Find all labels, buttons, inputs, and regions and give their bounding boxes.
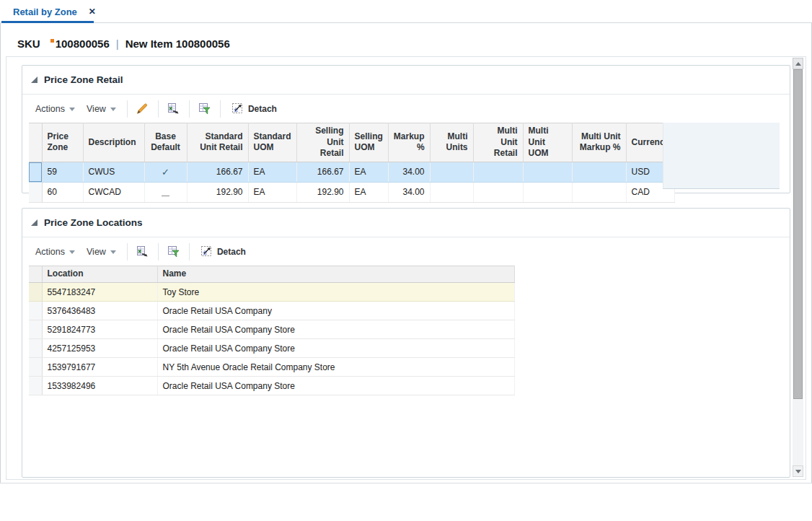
toolbar-separator — [189, 243, 190, 260]
cell-location: 1539791677 — [42, 358, 157, 377]
export-to-excel-icon — [167, 102, 180, 115]
price-zone-locations-header: Price Zone Locations — [22, 209, 790, 237]
cell-multi-unit-markup-pct — [572, 162, 626, 182]
retail-by-zone-window: Retail by Zone ✕ SKU 100800056 | New Ite… — [0, 0, 812, 521]
chevron-down-icon — [69, 108, 75, 111]
tab-bar: Retail by Zone ✕ — [0, 0, 812, 23]
cell-multi-unit-retail — [473, 162, 523, 182]
price-zone-locations-panel: Price Zone Locations Actions View — [22, 208, 790, 478]
column-header-selling-uom[interactable]: Selling UOM — [349, 123, 388, 162]
footer-bar: ? Save Save and Close Cancel — [0, 483, 812, 521]
cell-name: NY 5th Avenue Oracle Retail Company Stor… — [157, 358, 514, 377]
chevron-down-icon — [69, 250, 75, 254]
table-row[interactable]: 59 CWUS ✓ 166.67 EA 166.67 EA 34.00 USD — [29, 162, 675, 182]
cell-description: CWUS — [83, 162, 144, 182]
table-row[interactable]: 1539791677 NY 5th Avenue Oracle Retail C… — [29, 358, 514, 377]
scrollbar-thumb[interactable] — [793, 69, 803, 399]
table-row[interactable]: 1533982496 Oracle Retail USA Company Sto… — [29, 377, 514, 395]
row-selector-cell[interactable] — [29, 182, 42, 202]
actions-label: Actions — [35, 104, 65, 114]
query-by-example-button[interactable] — [195, 100, 215, 118]
pencil-icon — [136, 102, 149, 115]
cell-location: 5547183247 — [42, 283, 157, 302]
cell-markup-pct: 34.00 — [388, 162, 430, 182]
actions-menu[interactable]: Actions — [30, 100, 81, 118]
cell-selling-unit-retail: 192.90 — [296, 182, 349, 202]
cell-name: Oracle Retail USA Company Store — [157, 377, 514, 395]
row-selector-cell[interactable] — [29, 283, 42, 302]
close-icon[interactable]: ✕ — [89, 6, 96, 17]
separator: | — [116, 38, 119, 50]
cell-standard-uom: EA — [248, 162, 296, 182]
table-row[interactable]: 60 CWCAD 192.90 EA 192.90 EA 34.00 CAD — [29, 182, 675, 202]
cell-markup-pct: 34.00 — [388, 182, 430, 202]
detach-icon — [231, 102, 244, 115]
cell-name: Oracle Retail USA Company — [157, 302, 514, 320]
price-zone-retail-header: Price Zone Retail — [22, 66, 790, 94]
collapse-triangle-icon[interactable] — [31, 219, 37, 226]
price-zone-retail-table: Price Zone Description Base Default Stan… — [29, 123, 675, 203]
scroll-up-button[interactable] — [793, 58, 803, 69]
sku-label: SKU — [17, 38, 40, 50]
export-to-excel-icon — [136, 245, 149, 258]
chevron-down-icon — [110, 250, 116, 254]
column-header-base-default[interactable]: Base Default — [144, 123, 187, 162]
column-header-multi-unit-retail[interactable]: Multi Unit Retail — [473, 123, 523, 162]
detach-button[interactable]: Detach — [195, 242, 252, 261]
actions-menu[interactable]: Actions — [30, 242, 81, 261]
column-header-standard-uom[interactable]: Standard UOM — [248, 123, 296, 162]
cell-standard-unit-retail: 166.67 — [187, 162, 248, 182]
view-menu[interactable]: View — [81, 100, 122, 118]
toolbar-separator — [158, 243, 159, 260]
edit-button[interactable] — [133, 100, 153, 118]
collapse-triangle-icon[interactable] — [31, 76, 37, 83]
table-row[interactable]: 5291824773 Oracle Retail USA Company Sto… — [29, 320, 514, 339]
table-filler — [663, 123, 780, 189]
view-label: View — [87, 247, 106, 257]
row-selector-cell[interactable] — [29, 320, 42, 339]
row-selector-cell[interactable] — [29, 358, 42, 377]
column-header-multi-unit-uom[interactable]: Multi Unit UOM — [523, 123, 572, 162]
vertical-scrollbar[interactable] — [793, 58, 803, 477]
detach-label: Detach — [217, 247, 246, 257]
cell-selling-uom: EA — [349, 182, 388, 202]
cell-name: Oracle Retail USA Company Store — [157, 320, 514, 339]
item-number: 100800056 — [56, 38, 110, 50]
table-row[interactable]: 4257125953 Oracle Retail USA Company Sto… — [29, 339, 514, 358]
detach-label: Detach — [248, 104, 277, 114]
query-by-example-icon — [198, 102, 211, 115]
scroll-down-button[interactable] — [793, 465, 803, 477]
price-zone-locations-table-area: Location Name 5547183247 Toy Store 53764… — [29, 266, 790, 395]
cell-location: 5376436483 — [42, 302, 157, 320]
view-menu[interactable]: View — [81, 242, 122, 261]
tab-label: Retail by Zone — [13, 6, 77, 17]
column-header-multi-units[interactable]: Multi Units — [430, 123, 473, 162]
query-by-example-button[interactable] — [164, 242, 184, 261]
column-header-location[interactable]: Location — [42, 266, 157, 283]
table-row[interactable]: 5376436483 Oracle Retail USA Company — [29, 302, 514, 320]
cell-name: Toy Store — [157, 283, 514, 302]
row-selector-cell[interactable] — [29, 302, 42, 320]
row-selector-cell[interactable] — [29, 162, 42, 182]
view-label: View — [87, 104, 106, 114]
active-tab-indicator — [1, 21, 94, 23]
column-header-name[interactable]: Name — [157, 266, 514, 283]
table-row[interactable]: 5547183247 Toy Store — [29, 283, 514, 302]
cell-multi-unit-retail — [473, 182, 523, 202]
cell-description: CWCAD — [83, 182, 144, 202]
column-header-selling-unit-retail[interactable]: Selling Unit Retail — [296, 123, 349, 162]
row-selector-cell[interactable] — [29, 339, 42, 358]
column-header-price-zone[interactable]: Price Zone — [42, 123, 83, 162]
column-header-markup-pct[interactable]: Markup % — [388, 123, 430, 162]
cell-standard-unit-retail: 192.90 — [187, 182, 248, 202]
row-selector-cell[interactable] — [29, 377, 42, 395]
chevron-down-icon — [110, 108, 116, 111]
column-header-description[interactable]: Description — [83, 123, 144, 162]
export-to-excel-button[interactable] — [133, 242, 153, 261]
detach-button[interactable]: Detach — [226, 100, 283, 118]
tab-retail-by-zone[interactable]: Retail by Zone ✕ — [1, 0, 107, 23]
export-to-excel-button[interactable] — [164, 100, 184, 118]
column-header-multi-unit-markup-pct[interactable]: Multi Unit Markup % — [572, 123, 626, 162]
toolbar-separator — [127, 243, 128, 260]
column-header-standard-unit-retail[interactable]: Standard Unit Retail — [187, 123, 248, 162]
